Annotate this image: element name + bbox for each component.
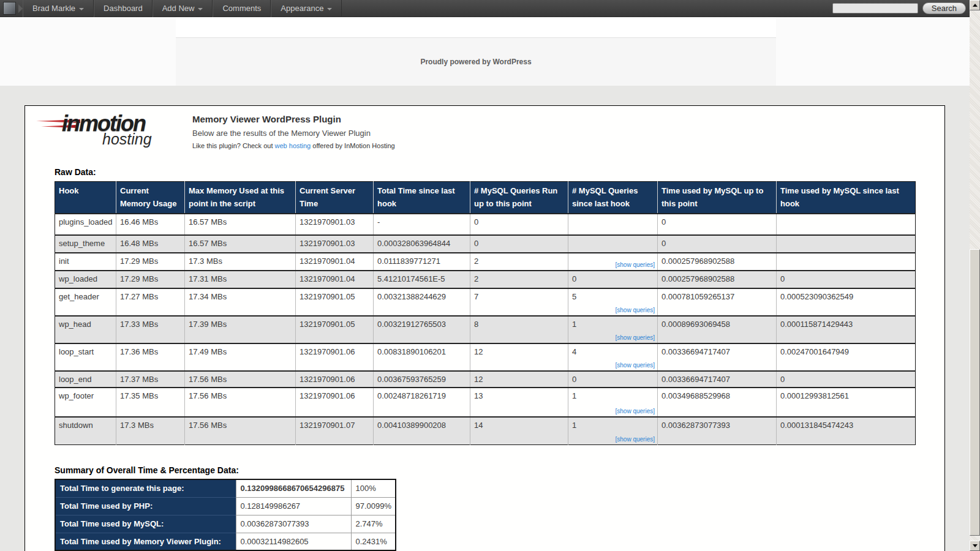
scrollbar-thumb[interactable] — [970, 249, 980, 536]
cell-total-time: 0.00410389900208 — [374, 417, 470, 445]
cell-queries-run: 12 — [470, 371, 568, 388]
cell-hook: get_header — [55, 288, 116, 316]
table-row: wp_head 17.33 MBs 17.39 MBs 1321970901.0… — [55, 316, 916, 343]
plugin-tagline: Like this plugin? Check out web hosting … — [192, 142, 395, 149]
cell-queries-run: 8 — [470, 316, 568, 343]
cell-mysql-time-since: 0.000131845474243 — [777, 417, 916, 445]
chevron-down-icon — [198, 8, 203, 10]
table-row: loop_end 17.37 MBs 17.56 MBs 1321970901.… — [55, 371, 916, 388]
cell-queries-since: [show queries] — [568, 253, 658, 271]
cell-mysql-time-since: 0 — [777, 371, 916, 388]
show-queries-link[interactable]: [show queries] — [616, 307, 655, 313]
col-header-max-memory: Max Memory Used at this point in the scr… — [185, 182, 296, 214]
show-queries-link[interactable]: [show queries] — [616, 261, 655, 268]
cell-mysql-time-since: 0 — [777, 271, 916, 288]
cell-current-memory: 17.35 MBs — [116, 388, 185, 417]
avatar[interactable] — [3, 2, 16, 15]
comments-label: Comments — [222, 0, 261, 17]
appearance-label: Appearance — [281, 0, 323, 17]
show-queries-link[interactable]: [show queries] — [616, 436, 655, 443]
cell-queries-run: 0 — [470, 235, 568, 253]
cell-queries-run: 2 — [470, 253, 568, 271]
web-hosting-link[interactable]: web hosting — [275, 142, 311, 149]
cell-queries-since: 1[show queries] — [568, 316, 658, 343]
cell-current-memory: 17.37 MBs — [116, 371, 185, 388]
cell-current-memory: 16.46 MBs — [116, 214, 185, 235]
admin-bar-comments[interactable]: Comments — [213, 0, 271, 17]
col-header-mysql-time-since: Time used by MySQL since last hook — [777, 182, 916, 214]
wordpress-page-column: Proudly powered by WordPress — [176, 17, 776, 86]
cell-server-time: 1321970901.04 — [296, 271, 374, 288]
summary-value: 0.00362873077393 — [236, 515, 351, 533]
cell-hook: plugins_loaded — [55, 214, 116, 235]
cell-mysql-time-since: 0.000523090362549 — [777, 288, 916, 316]
show-queries-link[interactable]: [show queries] — [616, 334, 655, 341]
search-input[interactable] — [832, 3, 918, 13]
admin-bar-add-new-menu[interactable]: Add New — [153, 0, 213, 17]
summary-row: Total Time used by PHP: 0.128149986267 9… — [55, 497, 396, 515]
cell-total-time: 0.00248718261719 — [374, 388, 470, 417]
cell-hook: wp_footer — [55, 388, 116, 417]
cell-current-memory: 17.3 MBs — [116, 417, 185, 445]
tagline-suffix: offered by InMotion Hosting — [311, 142, 394, 149]
queries-since-value: 4 — [572, 347, 576, 356]
col-header-total-time: Total Time since last hook — [374, 182, 470, 214]
summary-row: Total Time to generate this page: 0.1320… — [55, 479, 396, 497]
cell-server-time: 1321970901.05 — [296, 316, 374, 343]
scroll-down-button[interactable] — [970, 541, 980, 551]
chevron-down-icon — [327, 8, 332, 10]
cell-mysql-time-upto: 0.00349688529968 — [658, 388, 777, 417]
queries-since-value: 0 — [572, 274, 576, 283]
summary-row: Total Time used by MySQL: 0.003628730773… — [55, 515, 396, 533]
table-row: init 17.29 MBs 17.3 MBs 1321970901.04 0.… — [55, 253, 916, 271]
cell-hook: init — [55, 253, 116, 271]
cell-server-time: 1321970901.05 — [296, 288, 374, 316]
cell-server-time: 1321970901.03 — [296, 235, 374, 253]
cell-max-memory: 17.56 MBs — [185, 388, 296, 417]
summary-percent: 0.2431% — [351, 533, 396, 550]
cell-total-time: - — [374, 214, 470, 235]
cell-queries-since: 5[show queries] — [568, 288, 658, 316]
show-queries-link[interactable]: [show queries] — [616, 362, 655, 369]
cell-total-time: 0.000328063964844 — [374, 235, 470, 253]
cell-mysql-time-upto: 0 — [658, 214, 777, 235]
cell-mysql-time-upto: 0.00089693069458 — [658, 316, 777, 343]
table-row: get_header 17.27 MBs 17.34 MBs 132197090… — [55, 288, 916, 316]
summary-value: 0.1320998668670654296875 — [236, 479, 351, 497]
admin-bar-appearance-menu[interactable]: Appearance — [271, 0, 342, 17]
cell-mysql-time-upto: 0.000257968902588 — [658, 271, 777, 288]
show-queries-link[interactable]: [show queries] — [616, 408, 655, 414]
cell-hook: setup_theme — [55, 235, 116, 253]
col-header-hook: Hook — [55, 182, 116, 214]
queries-since-value: 1 — [572, 320, 576, 329]
table-header-row: Hook Current Memory Usage Max Memory Use… — [55, 182, 916, 214]
cell-max-memory: 16.57 MBs — [185, 214, 296, 235]
summary-table: Total Time to generate this page: 0.1320… — [55, 479, 396, 551]
search-button[interactable]: Search — [922, 2, 966, 14]
plugin-output-region: inmotion hosting Memory Viewer WordPress… — [0, 86, 980, 551]
cell-hook: loop_start — [55, 343, 116, 371]
raw-data-table: Hook Current Memory Usage Max Memory Use… — [55, 181, 916, 445]
triangle-up-icon — [973, 4, 978, 7]
cell-hook: loop_end — [55, 371, 116, 388]
cell-queries-since: 1[show queries] — [568, 388, 658, 417]
admin-bar-account-menu[interactable]: Brad Markle — [23, 0, 94, 17]
add-new-label: Add New — [162, 0, 195, 17]
scroll-up-button[interactable] — [970, 0, 980, 10]
admin-bar-dashboard[interactable]: Dashboard — [94, 0, 153, 17]
summary-label: Total Time used by Memory Viewer Plugin: — [55, 533, 236, 550]
cell-max-memory: 17.49 MBs — [185, 343, 296, 371]
vertical-scrollbar[interactable] — [970, 0, 980, 551]
cell-max-memory: 17.56 MBs — [185, 371, 296, 388]
cell-current-memory: 17.27 MBs — [116, 288, 185, 316]
col-header-server-time: Current Server Time — [296, 182, 374, 214]
cell-hook: wp_head — [55, 316, 116, 343]
cell-server-time: 1321970901.07 — [296, 417, 374, 445]
cell-mysql-time-since — [777, 253, 916, 271]
cell-queries-run: 0 — [470, 214, 568, 235]
cell-queries-since — [568, 235, 658, 253]
queries-since-value: 1 — [572, 421, 576, 430]
cell-mysql-time-since: 0.000115871429443 — [777, 316, 916, 343]
summary-label: Total Time to generate this page: — [55, 479, 236, 497]
cell-current-memory: 17.36 MBs — [116, 343, 185, 371]
